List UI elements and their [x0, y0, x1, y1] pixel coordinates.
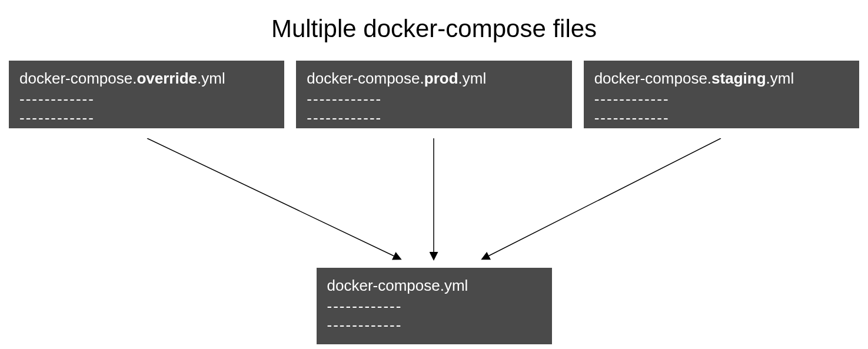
file-bold: prod: [424, 69, 458, 87]
file-box-override: docker-compose.override.yml ------------…: [9, 61, 284, 128]
file-box-prod: docker-compose.prod.yml ------------ ---…: [296, 61, 571, 128]
dash-line: ------------: [327, 297, 541, 315]
file-box-staging: docker-compose.staging.yml ------------ …: [584, 61, 859, 128]
dash-line: ------------: [307, 90, 561, 108]
arrows-svg: [0, 138, 868, 271]
file-label: docker-compose.staging.yml: [594, 68, 849, 89]
file-suffix: .yml: [197, 69, 225, 87]
dash-line: ------------: [594, 109, 849, 127]
file-bold: staging: [711, 69, 766, 87]
file-prefix: docker-compose.: [594, 69, 711, 87]
diagram-title: Multiple docker-compose files: [0, 0, 868, 61]
arrow-right: [483, 138, 721, 259]
file-label: docker-compose.yml: [327, 275, 541, 296]
dash-line: ------------: [327, 316, 541, 334]
dash-line: ------------: [19, 109, 274, 127]
file-label: docker-compose.prod.yml: [307, 68, 561, 89]
dash-line: ------------: [19, 90, 274, 108]
file-bold: override: [137, 69, 197, 87]
file-prefix: docker-compose.: [19, 69, 137, 87]
dash-line: ------------: [307, 109, 561, 127]
file-suffix: .yml: [766, 69, 794, 87]
file-prefix: docker-compose.: [307, 69, 424, 87]
file-label: docker-compose.override.yml: [19, 68, 274, 89]
file-box-base: docker-compose.yml ------------ --------…: [317, 268, 552, 344]
arrow-left: [147, 138, 400, 259]
top-files-row: docker-compose.override.yml ------------…: [0, 61, 868, 128]
dash-line: ------------: [594, 90, 849, 108]
file-suffix: .yml: [458, 69, 487, 87]
